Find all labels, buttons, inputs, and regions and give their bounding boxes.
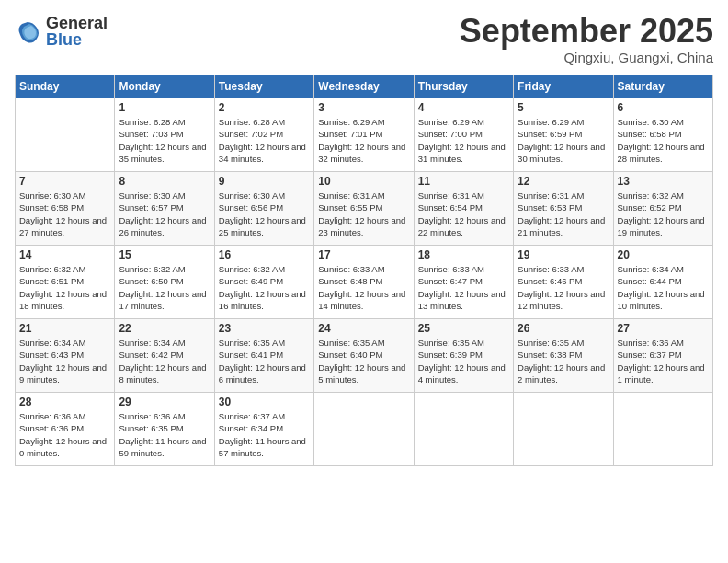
- header-tuesday: Tuesday: [214, 75, 313, 98]
- day-number: 21: [19, 322, 110, 335]
- day-cell: 2 Sunrise: 6:28 AMSunset: 7:02 PMDayligh…: [214, 98, 313, 172]
- day-cell: 13 Sunrise: 6:32 AMSunset: 6:52 PMDaylig…: [613, 172, 712, 246]
- day-number: 2: [219, 101, 310, 114]
- day-detail: Sunrise: 6:34 AMSunset: 6:43 PMDaylight:…: [19, 337, 110, 385]
- header-sunday: Sunday: [16, 75, 115, 98]
- day-cell: 25 Sunrise: 6:35 AMSunset: 6:39 PMDaylig…: [414, 319, 513, 393]
- day-number: 6: [618, 101, 709, 114]
- day-number: 28: [19, 396, 110, 408]
- day-cell: 27 Sunrise: 6:36 AMSunset: 6:37 PMDaylig…: [613, 319, 712, 393]
- calendar-table: Sunday Monday Tuesday Wednesday Thursday…: [15, 75, 713, 466]
- day-cell: 3 Sunrise: 6:29 AMSunset: 7:01 PMDayligh…: [314, 98, 414, 172]
- day-detail: Sunrise: 6:29 AMSunset: 7:00 PMDaylight:…: [418, 116, 509, 165]
- day-cell: 19 Sunrise: 6:33 AMSunset: 6:46 PMDaylig…: [514, 246, 613, 319]
- logo: General Blue: [15, 15, 108, 48]
- day-detail: Sunrise: 6:32 AMSunset: 6:50 PMDaylight:…: [119, 263, 210, 312]
- day-detail: Sunrise: 6:29 AMSunset: 7:01 PMDaylight:…: [318, 116, 409, 165]
- logo-icon: [15, 18, 40, 44]
- day-cell: 20 Sunrise: 6:34 AMSunset: 6:44 PMDaylig…: [613, 246, 712, 319]
- day-cell: 1 Sunrise: 6:28 AMSunset: 7:03 PMDayligh…: [115, 98, 214, 172]
- day-number: 5: [518, 101, 609, 114]
- day-detail: Sunrise: 6:32 AMSunset: 6:51 PMDaylight:…: [19, 263, 110, 312]
- day-number: 22: [119, 322, 210, 335]
- day-number: 24: [318, 322, 409, 335]
- header: General Blue September 2025 Qingxiu, Gua…: [15, 15, 713, 65]
- day-number: 3: [318, 101, 409, 114]
- day-cell: [514, 393, 613, 466]
- day-detail: Sunrise: 6:31 AMSunset: 6:55 PMDaylight:…: [318, 190, 409, 238]
- day-cell: 24 Sunrise: 6:35 AMSunset: 6:40 PMDaylig…: [314, 319, 414, 393]
- day-cell: 5 Sunrise: 6:29 AMSunset: 6:59 PMDayligh…: [514, 98, 613, 172]
- day-number: 9: [219, 175, 310, 188]
- day-detail: Sunrise: 6:34 AMSunset: 6:44 PMDaylight:…: [618, 263, 709, 312]
- day-number: 12: [518, 175, 609, 188]
- day-number: 1: [119, 101, 210, 114]
- day-number: 18: [418, 248, 509, 261]
- day-detail: Sunrise: 6:35 AMSunset: 6:38 PMDaylight:…: [518, 337, 609, 385]
- day-cell: 30 Sunrise: 6:37 AMSunset: 6:34 PMDaylig…: [214, 393, 313, 466]
- day-cell: [16, 98, 115, 172]
- day-cell: 11 Sunrise: 6:31 AMSunset: 6:54 PMDaylig…: [414, 172, 513, 246]
- day-cell: 22 Sunrise: 6:34 AMSunset: 6:42 PMDaylig…: [115, 319, 214, 393]
- header-thursday: Thursday: [414, 75, 513, 98]
- day-detail: Sunrise: 6:31 AMSunset: 6:53 PMDaylight:…: [518, 190, 609, 238]
- week-row-1: 1 Sunrise: 6:28 AMSunset: 7:03 PMDayligh…: [16, 98, 713, 172]
- day-detail: Sunrise: 6:28 AMSunset: 7:02 PMDaylight:…: [219, 116, 310, 165]
- header-wednesday: Wednesday: [314, 75, 414, 98]
- day-detail: Sunrise: 6:30 AMSunset: 6:56 PMDaylight:…: [219, 190, 310, 238]
- day-cell: [414, 393, 513, 466]
- day-number: 7: [19, 175, 110, 188]
- day-cell: 14 Sunrise: 6:32 AMSunset: 6:51 PMDaylig…: [16, 246, 115, 319]
- day-detail: Sunrise: 6:36 AMSunset: 6:37 PMDaylight:…: [618, 337, 709, 385]
- location: Qingxiu, Guangxi, China: [460, 50, 713, 65]
- day-cell: [314, 393, 414, 466]
- day-number: 23: [219, 322, 310, 335]
- day-cell: 8 Sunrise: 6:30 AMSunset: 6:57 PMDayligh…: [115, 172, 214, 246]
- header-friday: Friday: [514, 75, 613, 98]
- day-number: 27: [618, 322, 709, 335]
- day-number: 20: [618, 248, 709, 261]
- day-cell: 28 Sunrise: 6:36 AMSunset: 6:36 PMDaylig…: [16, 393, 115, 466]
- day-cell: 29 Sunrise: 6:36 AMSunset: 6:35 PMDaylig…: [115, 393, 214, 466]
- day-detail: Sunrise: 6:30 AMSunset: 6:58 PMDaylight:…: [19, 190, 110, 238]
- day-detail: Sunrise: 6:33 AMSunset: 6:46 PMDaylight:…: [518, 263, 609, 312]
- day-cell: 4 Sunrise: 6:29 AMSunset: 7:00 PMDayligh…: [414, 98, 513, 172]
- header-row: Sunday Monday Tuesday Wednesday Thursday…: [16, 75, 713, 98]
- day-detail: Sunrise: 6:35 AMSunset: 6:40 PMDaylight:…: [318, 337, 409, 385]
- day-cell: 18 Sunrise: 6:33 AMSunset: 6:47 PMDaylig…: [414, 246, 513, 319]
- day-cell: 12 Sunrise: 6:31 AMSunset: 6:53 PMDaylig…: [514, 172, 613, 246]
- week-row-2: 7 Sunrise: 6:30 AMSunset: 6:58 PMDayligh…: [16, 172, 713, 246]
- logo-blue-text: Blue: [46, 31, 108, 48]
- day-cell: 17 Sunrise: 6:33 AMSunset: 6:48 PMDaylig…: [314, 246, 414, 319]
- week-row-4: 21 Sunrise: 6:34 AMSunset: 6:43 PMDaylig…: [16, 319, 713, 393]
- calendar-page: General Blue September 2025 Qingxiu, Gua…: [0, 0, 728, 563]
- day-detail: Sunrise: 6:35 AMSunset: 6:41 PMDaylight:…: [219, 337, 310, 385]
- day-detail: Sunrise: 6:30 AMSunset: 6:58 PMDaylight:…: [618, 116, 709, 165]
- day-cell: 6 Sunrise: 6:30 AMSunset: 6:58 PMDayligh…: [613, 98, 712, 172]
- month-title: September 2025: [460, 15, 713, 48]
- day-number: 14: [19, 248, 110, 261]
- day-detail: Sunrise: 6:34 AMSunset: 6:42 PMDaylight:…: [119, 337, 210, 385]
- day-detail: Sunrise: 6:33 AMSunset: 6:48 PMDaylight:…: [318, 263, 409, 312]
- day-detail: Sunrise: 6:28 AMSunset: 7:03 PMDaylight:…: [119, 116, 210, 165]
- day-number: 19: [518, 248, 609, 261]
- day-number: 13: [618, 175, 709, 188]
- day-detail: Sunrise: 6:29 AMSunset: 6:59 PMDaylight:…: [518, 116, 609, 165]
- day-cell: [613, 393, 712, 466]
- header-saturday: Saturday: [613, 75, 712, 98]
- week-row-3: 14 Sunrise: 6:32 AMSunset: 6:51 PMDaylig…: [16, 246, 713, 319]
- day-number: 26: [518, 322, 609, 335]
- day-number: 8: [119, 175, 210, 188]
- day-number: 16: [219, 248, 310, 261]
- week-row-5: 28 Sunrise: 6:36 AMSunset: 6:36 PMDaylig…: [16, 393, 713, 466]
- day-cell: 23 Sunrise: 6:35 AMSunset: 6:41 PMDaylig…: [214, 319, 313, 393]
- day-detail: Sunrise: 6:33 AMSunset: 6:47 PMDaylight:…: [418, 263, 509, 312]
- day-cell: 15 Sunrise: 6:32 AMSunset: 6:50 PMDaylig…: [115, 246, 214, 319]
- day-detail: Sunrise: 6:32 AMSunset: 6:49 PMDaylight:…: [219, 263, 310, 312]
- logo-text: General Blue: [46, 15, 108, 48]
- day-detail: Sunrise: 6:30 AMSunset: 6:57 PMDaylight:…: [119, 190, 210, 238]
- day-number: 17: [318, 248, 409, 261]
- day-detail: Sunrise: 6:35 AMSunset: 6:39 PMDaylight:…: [418, 337, 509, 385]
- logo-general-text: General: [46, 15, 108, 31]
- day-number: 11: [418, 175, 509, 188]
